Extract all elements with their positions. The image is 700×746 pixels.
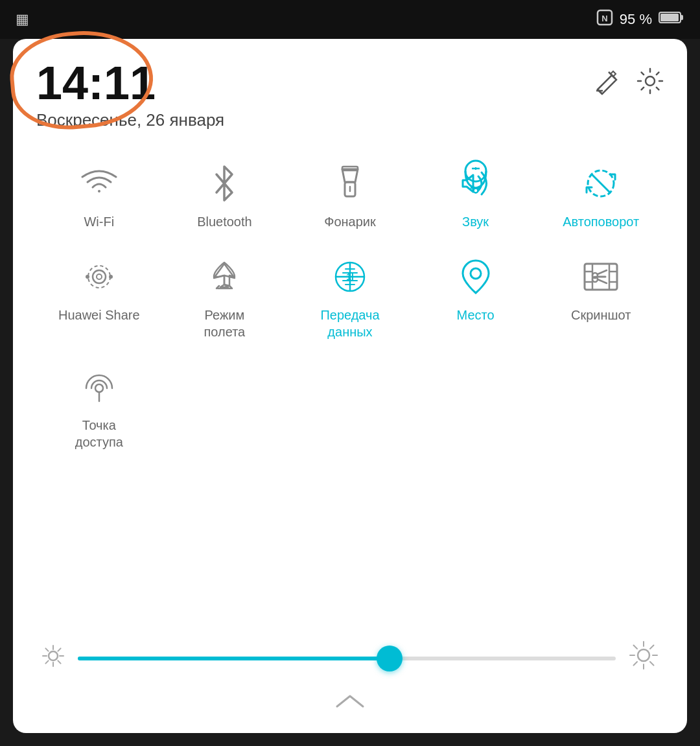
svg-text:1l: 1l xyxy=(346,272,354,282)
nfc-icon: N xyxy=(596,9,613,30)
quick-toggle-row-2: Huawei Share Режимполета xyxy=(36,243,664,348)
airplane-icon-wrap xyxy=(201,253,248,300)
sound-toggle[interactable]: Звук xyxy=(413,150,539,238)
document-icon: ▦ xyxy=(16,11,29,28)
header-actions xyxy=(594,67,664,100)
hotspot-label: Точкадоступа xyxy=(75,417,123,450)
svg-line-53 xyxy=(650,662,654,666)
wifi-toggle[interactable]: Wi-Fi xyxy=(36,150,162,238)
status-bar: ▦ N 95 % xyxy=(0,0,700,39)
status-right: N 95 % xyxy=(596,9,684,30)
svg-point-20 xyxy=(109,275,113,279)
brightness-control xyxy=(36,630,664,687)
svg-line-15 xyxy=(592,174,610,192)
svg-point-19 xyxy=(86,275,89,279)
huawei-share-icon-wrap xyxy=(76,253,122,300)
data-transfer-icon-wrap: 1l xyxy=(327,253,373,300)
svg-line-44 xyxy=(58,660,60,663)
location-icon-wrap xyxy=(452,253,499,300)
svg-point-26 xyxy=(471,268,481,279)
hotspot-toggle[interactable]: Точкадоступа xyxy=(36,353,162,458)
flashlight-icon-wrap xyxy=(327,160,373,207)
quick-settings-panel: 14:11 Воскресенье, 26 января xyxy=(13,39,687,733)
svg-point-16 xyxy=(93,270,106,283)
brightness-slider[interactable] xyxy=(78,657,616,660)
date-display: Воскресенье, 26 января xyxy=(36,110,224,130)
location-label: Место xyxy=(457,307,495,323)
svg-line-45 xyxy=(58,648,60,651)
data-transfer-label: Передачаданных xyxy=(320,307,379,340)
collapse-chevron[interactable] xyxy=(36,692,664,717)
svg-line-43 xyxy=(45,648,48,651)
flashlight-label: Фонарик xyxy=(324,213,376,230)
svg-line-54 xyxy=(650,646,654,649)
svg-point-10 xyxy=(465,161,486,181)
battery-percent: 95 % xyxy=(620,11,652,28)
svg-point-18 xyxy=(88,266,110,288)
brightness-min-icon xyxy=(41,644,65,673)
brightness-fill xyxy=(78,657,390,660)
data-transfer-toggle[interactable]: 1l Передачаданных xyxy=(287,243,413,348)
battery-icon xyxy=(659,10,684,29)
sound-icon-wrap xyxy=(452,160,499,207)
svg-point-36 xyxy=(95,384,103,392)
hotspot-icon-wrap xyxy=(76,364,122,410)
svg-line-55 xyxy=(634,662,638,666)
wifi-icon-wrap xyxy=(76,160,122,207)
airplane-label: Режимполета xyxy=(204,307,246,340)
panel-header: 14:11 Воскресенье, 26 января xyxy=(36,60,664,130)
svg-point-38 xyxy=(49,651,58,660)
svg-point-12 xyxy=(473,189,478,193)
svg-line-46 xyxy=(45,660,48,663)
airplane-toggle[interactable]: Режимполета xyxy=(162,243,288,348)
brightness-max-icon xyxy=(629,640,659,677)
autorotate-label: Автоповорот xyxy=(563,213,639,230)
settings-button[interactable] xyxy=(636,67,664,100)
huawei-share-label: Huawei Share xyxy=(58,307,140,323)
wifi-label: Wi-Fi xyxy=(84,213,114,230)
svg-rect-3 xyxy=(660,14,679,21)
autorotate-icon-wrap xyxy=(578,160,624,207)
edit-button[interactable] xyxy=(594,69,618,99)
screenshot-icon-wrap xyxy=(578,253,624,300)
svg-point-17 xyxy=(97,274,102,279)
bluetooth-icon-wrap xyxy=(201,160,248,207)
svg-line-52 xyxy=(634,646,638,649)
brightness-thumb[interactable] xyxy=(377,646,402,671)
quick-toggle-row-3: Точкадоступа xyxy=(36,353,664,458)
flashlight-toggle[interactable]: Фонарик xyxy=(287,150,413,238)
svg-point-47 xyxy=(638,649,649,661)
location-toggle[interactable]: Место xyxy=(413,243,539,348)
bluetooth-label: Bluetooth xyxy=(197,213,252,230)
svg-text:N: N xyxy=(601,14,607,23)
huawei-share-toggle[interactable]: Huawei Share xyxy=(36,243,162,348)
svg-point-6 xyxy=(646,76,655,86)
clock-display: 14:11 xyxy=(36,60,224,106)
time-section: 14:11 Воскресенье, 26 января xyxy=(36,60,224,130)
sound-label: Звук xyxy=(462,213,489,230)
bluetooth-toggle[interactable]: Bluetooth xyxy=(162,150,288,238)
screenshot-toggle[interactable]: Скриншот xyxy=(538,243,664,348)
autorotate-toggle[interactable]: Автоповорот xyxy=(538,150,664,238)
quick-toggle-row-1: Wi-Fi Bluetooth Фонарик xyxy=(36,150,664,238)
screenshot-label: Скриншот xyxy=(571,307,631,323)
svg-rect-4 xyxy=(681,15,683,20)
